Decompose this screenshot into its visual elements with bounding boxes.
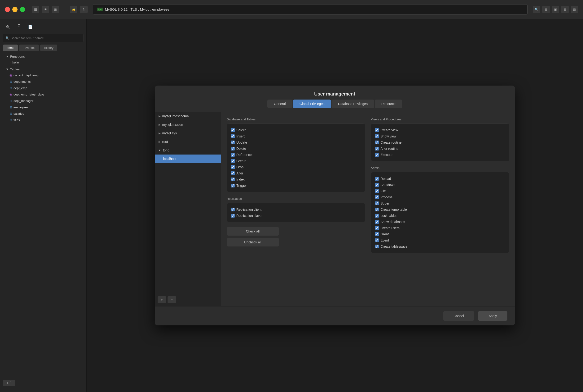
checkbox-delete[interactable] (231, 147, 234, 150)
checkbox-alter-routine[interactable] (375, 147, 379, 150)
checkbox-file[interactable] (375, 189, 379, 193)
checkbox-replication-slave[interactable] (231, 214, 234, 218)
uncheck-all-button[interactable]: Uncheck all (227, 238, 279, 246)
table-dept-emp-latest[interactable]: ◉ dept_emp_latest_date (8, 91, 84, 98)
table-icon: ⊞ (10, 80, 12, 84)
checkbox-grant[interactable] (375, 232, 379, 236)
checkbox-shutdown[interactable] (375, 183, 379, 187)
checkbox-execute[interactable] (375, 153, 379, 157)
table-salaries[interactable]: ⊞ salaries (8, 110, 84, 117)
user-mysql-sys[interactable]: ▶ mysql.sys (155, 129, 221, 138)
table-dept-emp[interactable]: ⊞ dept_emp (8, 85, 84, 91)
checkbox-reload[interactable] (375, 177, 379, 180)
priv-reload: Reload (375, 176, 505, 182)
user-mysql-infoschema[interactable]: ▶ mysql.infoschema (155, 112, 221, 120)
checkbox-create-routine[interactable] (375, 140, 379, 144)
grid-icon[interactable]: ⊞ (52, 6, 59, 13)
add-item-button[interactable]: + ˅ (3, 380, 15, 386)
priv-create-view: Create view (375, 127, 505, 133)
checkbox-insert[interactable] (231, 134, 234, 138)
apps-icon[interactable]: ⊞ (542, 6, 550, 13)
doc-icon-btn[interactable]: 📄 (26, 22, 35, 31)
checkbox-show-databases[interactable] (375, 220, 379, 224)
label-process: Process (380, 195, 393, 199)
checkbox-lock-tables[interactable] (375, 214, 379, 218)
sidebar-toggle-icon[interactable]: ☰ (32, 6, 39, 13)
layout-icon[interactable]: ⊟ (561, 6, 569, 13)
checkbox-create-temp-table[interactable] (375, 208, 379, 212)
tab-global-privileges[interactable]: Global Privileges (293, 100, 331, 108)
table-current-dept-emp[interactable]: ◉ current_dept_emp (8, 72, 84, 78)
cancel-button[interactable]: Cancel (443, 311, 474, 321)
label-update: Update (236, 140, 247, 144)
table-departments[interactable]: ⊞ departments (8, 78, 84, 85)
add-user-button[interactable]: + (158, 296, 166, 303)
checkbox-create-tablespace[interactable] (375, 244, 379, 248)
admin-title: Admin (371, 166, 509, 170)
eye-icon[interactable]: 👁 (42, 6, 49, 13)
checkbox-update[interactable] (231, 140, 234, 144)
priv-process: Process (375, 194, 505, 200)
checkbox-trigger[interactable] (231, 184, 234, 188)
user-label: mysql.infoschema (162, 114, 189, 118)
table-icon: ⊞ (10, 99, 12, 102)
close-button[interactable] (5, 7, 10, 12)
label-alter-routine: Alter routine (380, 147, 398, 150)
table-employees[interactable]: ⊞ employees (8, 104, 84, 110)
search-icon[interactable]: 🔍 (533, 6, 540, 13)
checkbox-create[interactable] (231, 159, 234, 163)
tables-group[interactable]: ▼ Tables (2, 66, 84, 72)
sidebar-left-icon[interactable]: ▣ (552, 6, 559, 13)
panel-icon[interactable]: ⊡ (571, 6, 578, 13)
tab-resource[interactable]: Resource (375, 100, 402, 108)
replication-title: Replication (227, 197, 365, 200)
db-icon-btn[interactable]: 🔌 (3, 22, 12, 31)
checkbox-references[interactable] (231, 153, 234, 157)
tab-favorites[interactable]: Favorites (19, 44, 39, 51)
checkbox-super[interactable] (375, 202, 379, 205)
search-input[interactable] (11, 36, 81, 40)
tab-general[interactable]: General (267, 100, 292, 108)
refresh-icon[interactable]: ↻ (80, 6, 88, 13)
tab-items[interactable]: Items (3, 44, 18, 51)
table-icon-btn[interactable]: 🗄 (14, 22, 24, 31)
table-icon: ⊞ (10, 106, 12, 109)
label-references: References (236, 153, 254, 157)
checkbox-drop[interactable] (231, 165, 234, 169)
checkbox-process[interactable] (375, 195, 379, 199)
label-drop: Drop (236, 165, 244, 169)
function-hello[interactable]: ƒ hello (8, 59, 84, 66)
checkbox-replication-client[interactable] (231, 208, 234, 212)
maximize-button[interactable] (20, 7, 25, 12)
label-replication-slave: Replication slave (236, 214, 262, 218)
functions-group[interactable]: ▼ Functions (2, 53, 84, 59)
user-root[interactable]: ▶ root (155, 138, 221, 146)
checkbox-create-users[interactable] (375, 226, 379, 230)
tab-history[interactable]: History (40, 44, 57, 51)
checkbox-index[interactable] (231, 178, 234, 181)
content-area: User management General Global Privilege… (86, 19, 583, 392)
user-mysql-session[interactable]: ▶ mysql.session (155, 120, 221, 129)
privileges-panel: Database and Tables Select Insert (221, 112, 515, 306)
table-titles[interactable]: ⊞ titles (8, 117, 84, 123)
functions-label: Functions (10, 55, 25, 58)
tab-database-privileges[interactable]: Database Privileges (332, 100, 374, 108)
label-execute: Execute (380, 153, 393, 157)
minimize-button[interactable] (12, 7, 18, 12)
checkbox-show-view[interactable] (375, 134, 379, 138)
checkbox-select[interactable] (231, 128, 234, 132)
label-create: Create (236, 159, 246, 163)
admin-box: Reload Shutdown File Proce (371, 172, 509, 253)
user-localhost[interactable]: localhost (155, 154, 221, 163)
table-label: dept_emp (14, 86, 27, 90)
priv-grant: Grant (375, 231, 505, 237)
checkbox-create-view[interactable] (375, 128, 379, 132)
apply-button[interactable]: Apply (478, 311, 507, 321)
check-all-button[interactable]: Check all (227, 227, 279, 236)
checkbox-event[interactable] (375, 238, 379, 242)
remove-user-button[interactable]: − (168, 296, 176, 303)
priv-create: Create (231, 158, 361, 164)
user-tono[interactable]: ▼ tono (155, 146, 221, 154)
table-dept-manager[interactable]: ⊞ dept_manager (8, 98, 84, 104)
checkbox-alter[interactable] (231, 171, 234, 175)
